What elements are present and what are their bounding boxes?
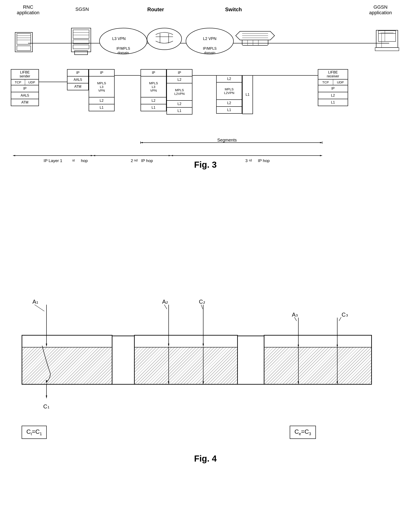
label-ggsn: GGSN application [365, 4, 396, 16]
stack-switch-left: L2 MPLS L2VPN L2 L1 [216, 75, 242, 114]
network-diagram: L3 VPN IP/MPLS domain L2 VPN IP/MPLS dom… [9, 22, 402, 71]
svg-text:rd: rd [249, 158, 252, 162]
svg-rect-7 [71, 28, 91, 52]
svg-marker-73 [46, 395, 47, 399]
line-rnc-sgsn [39, 82, 67, 82]
svg-marker-46 [140, 142, 143, 143]
stack-rnc: LIFBE sender TCP UDP IP AAL5 ATM [11, 69, 39, 106]
stack-router-right: IP L2 MPLS L2VPN L2 L1 [166, 69, 192, 114]
box-ct: Ct=C1 [22, 426, 47, 439]
svg-marker-47 [320, 142, 322, 143]
svg-marker-88 [298, 345, 299, 347]
svg-rect-6 [17, 46, 31, 51]
svg-marker-94 [337, 345, 338, 347]
svg-text:IP Layer 1: IP Layer 1 [44, 158, 62, 163]
svg-text:2: 2 [131, 158, 133, 163]
top-labels-row: RNC application SGSN Router Switch GGSN … [9, 4, 402, 22]
svg-rect-42 [375, 48, 399, 51]
svg-rect-1 [15, 32, 32, 52]
hop-arrows: Segments IP Layer 1 st hop 2 nd IP hop 3… [11, 138, 357, 177]
svg-marker-51 [91, 155, 93, 156]
svg-text:A₂: A₂ [162, 298, 168, 305]
svg-rect-12 [73, 45, 89, 49]
svg-marker-82 [203, 343, 204, 347]
network-svg: L3 VPN IP/MPLS domain L2 VPN IP/MPLS dom… [9, 22, 402, 71]
switch-l1: L1 [242, 75, 253, 114]
stack-sgsn-left: IP AAL5 ATM [67, 69, 89, 90]
svg-text:IP hop: IP hop [141, 158, 153, 163]
svg-rect-13 [75, 51, 88, 55]
fig4-diagram: A₁ C₁ A₂ C₂ A₃ [9, 292, 402, 497]
svg-marker-62 [171, 155, 173, 156]
box-ce: Ce=C3 [290, 426, 316, 439]
svg-text:L2 VPN: L2 VPN [203, 37, 216, 41]
label-rnc: RNC application [15, 4, 41, 16]
stack-ggsn: LIFBE receiver TCP UDP IP L2 L1 [318, 69, 348, 106]
svg-text:st: st [72, 158, 75, 162]
stack-sgsn-right: IP MPLS L3 VPN L2 L1 [89, 69, 115, 111]
line-router-switch [192, 75, 216, 76]
stack-router-left: IP MPLS L3 VPN L2 L1 [140, 69, 166, 111]
svg-line-71 [35, 305, 44, 311]
svg-text:nd: nd [134, 158, 138, 162]
fig4-section: A₁ C₁ A₂ C₂ A₃ [9, 292, 402, 464]
svg-marker-57 [169, 155, 171, 156]
svg-text:IP/MPLS: IP/MPLS [203, 47, 216, 50]
svg-rect-2 [17, 33, 31, 44]
svg-marker-78 [168, 381, 169, 385]
svg-text:domain: domain [204, 51, 215, 55]
label-router: Router [143, 7, 169, 12]
svg-marker-56 [93, 155, 95, 156]
svg-marker-50 [13, 155, 15, 156]
svg-text:C₂: C₂ [199, 298, 205, 305]
fig3-section: RNC application SGSN Router Switch GGSN … [9, 4, 402, 170]
line-sgsn-router [115, 75, 140, 76]
svg-marker-96 [337, 381, 338, 385]
svg-line-80 [164, 305, 167, 309]
svg-text:IP hop: IP hop [258, 158, 270, 163]
fig4-svg: A₁ C₁ A₂ C₂ A₃ [9, 292, 402, 465]
line-switch-ggsn [253, 75, 318, 76]
svg-marker-90 [298, 381, 299, 385]
svg-text:Segments: Segments [217, 138, 237, 142]
svg-text:hop: hop [81, 158, 88, 163]
svg-text:3: 3 [245, 158, 248, 163]
svg-marker-76 [168, 343, 169, 347]
svg-rect-8 [73, 30, 89, 38]
svg-text:L3 VPN: L3 VPN [112, 37, 126, 41]
svg-marker-63 [320, 155, 322, 156]
svg-text:domain: domain [117, 51, 129, 55]
label-sgsn: SGSN [71, 7, 93, 12]
svg-line-98 [339, 317, 341, 321]
svg-text:IP/MPLS: IP/MPLS [116, 47, 130, 50]
svg-marker-84 [203, 381, 204, 385]
svg-rect-39 [378, 31, 396, 41]
label-switch: Switch [221, 7, 246, 12]
svg-text:A₃: A₃ [292, 311, 298, 318]
svg-text:C₃: C₃ [342, 311, 348, 318]
svg-point-18 [147, 28, 182, 50]
svg-line-86 [201, 305, 203, 309]
svg-text:A₁: A₁ [32, 298, 38, 305]
svg-text:C₁: C₁ [43, 403, 49, 410]
svg-marker-68 [46, 343, 47, 347]
arrows-svg: Segments IP Layer 1 st hop 2 nd IP hop 3… [11, 138, 357, 177]
